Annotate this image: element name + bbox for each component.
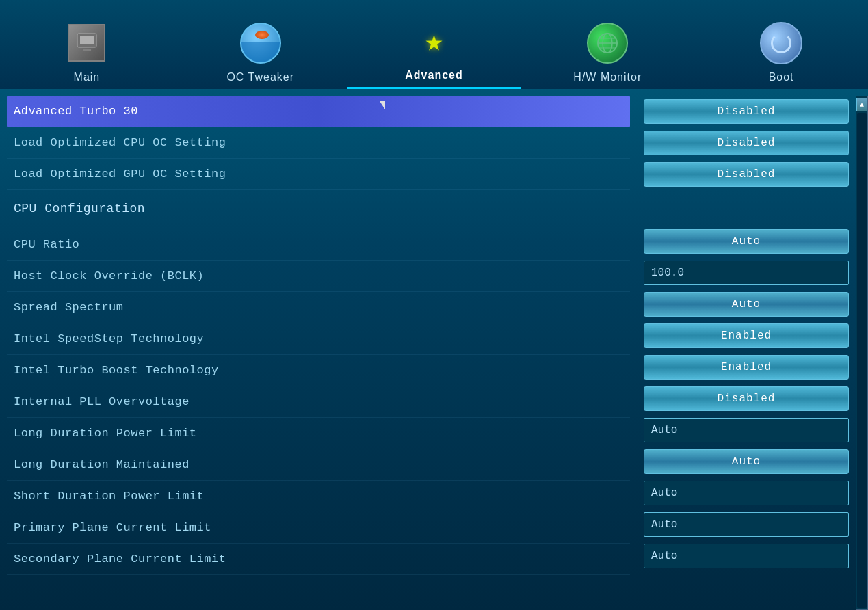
setting-row-load-cpu-oc[interactable]: Load Optimized CPU OC Setting [7,127,630,159]
setting-label-speedstep: Intel SpeedStep Technology [14,332,204,345]
setting-row-load-gpu-oc[interactable]: Load Optimized GPU OC Setting [7,159,630,190]
value-btn-spread-spectrum[interactable]: Auto [644,292,849,317]
setting-row-turbo-boost[interactable]: Intel Turbo Boost Technology [7,355,630,386]
value-row-host-clock: 100.0 [637,257,850,289]
svg-rect-2 [83,49,91,51]
setting-row-advanced-turbo-30[interactable]: Advanced Turbo 30 [7,96,630,127]
tab-main[interactable]: Main [0,17,174,89]
setting-label-load-gpu-oc: Load Optimized GPU OC Setting [14,168,226,181]
setting-label-spread-spectrum: Spread Spectrum [14,301,124,314]
setting-label-load-cpu-oc: Load Optimized CPU OC Setting [14,136,226,149]
mouse-cursor [380,101,385,109]
tab-oc-tweaker[interactable]: OC Tweaker [174,17,347,89]
setting-row-pll-overvoltage[interactable]: Internal PLL Overvoltage [7,386,630,418]
tab-hw-monitor[interactable]: H/W Monitor [521,17,694,89]
value-row-speedstep: Enabled [637,320,850,352]
nav-tabs: Main OC Tweaker ★ Advanced [0,15,868,89]
tab-boot[interactable]: Boot [694,17,868,89]
values-panel: Disabled Disabled Disabled Auto [637,96,856,610]
tab-boot-label: Boot [769,71,794,83]
hw-monitor-icon [587,23,628,64]
value-btn-advanced-turbo-30[interactable]: Disabled [644,99,849,124]
value-row-spread-spectrum: Auto [637,289,850,320]
value-input-host-clock[interactable]: 100.0 [644,261,849,285]
value-btn-load-gpu-oc[interactable]: Disabled [644,162,849,187]
setting-row-cpu-ratio[interactable]: CPU Ratio [7,229,630,261]
setting-label-turbo-boost: Intel Turbo Boost Technology [14,364,219,377]
value-row-load-gpu-oc: Disabled [637,159,850,190]
svg-rect-1 [80,36,94,44]
value-row-section-spacer [637,190,850,222]
value-row-short-power-limit: Auto [637,477,850,509]
tab-advanced[interactable]: ★ Advanced [347,15,521,89]
setting-row-primary-plane[interactable]: Primary Plane Current Limit [7,512,630,544]
top-nav-bar: Main OC Tweaker ★ Advanced [0,0,868,89]
value-row-primary-plane: Auto [637,509,850,540]
tab-oc-tweaker-label: OC Tweaker [226,71,294,83]
setting-label-advanced-turbo-30: Advanced Turbo 30 [14,105,138,118]
value-btn-load-cpu-oc[interactable]: Disabled [644,131,849,155]
value-row-pll-overvoltage: Disabled [637,383,850,414]
section-label-cpu-config: CPU Configuration [14,202,145,215]
setting-label-primary-plane: Primary Plane Current Limit [14,521,211,534]
setting-row-speedstep[interactable]: Intel SpeedStep Technology [7,323,630,355]
main-content: Advanced Turbo 30 Load Optimized CPU OC … [0,89,868,610]
tab-hw-monitor-label: H/W Monitor [573,71,642,83]
scrollbar[interactable]: ▲ [856,96,868,610]
value-row-cpu-ratio: Auto [637,226,850,257]
scrollbar-track[interactable] [857,113,867,608]
setting-row-secondary-plane[interactable]: Secondary Plane Current Limit [7,544,630,575]
value-btn-long-duration-maintained[interactable]: Auto [644,449,849,474]
value-row-secondary-plane: Auto [637,540,850,572]
setting-label-cpu-ratio: CPU Ratio [14,238,79,251]
value-btn-pll-overvoltage[interactable]: Disabled [644,386,849,411]
main-icon [68,24,105,62]
setting-label-long-duration-maintained: Long Duration Maintained [14,458,189,471]
setting-row-long-duration-maintained[interactable]: Long Duration Maintained [7,449,630,481]
main-icon-area [60,17,114,68]
value-input-short-power-limit[interactable]: Auto [644,481,849,505]
setting-label-pll-overvoltage: Internal PLL Overvoltage [14,395,189,408]
value-row-load-cpu-oc: Disabled [637,127,850,159]
section-divider [14,226,623,226]
value-row-turbo-boost: Enabled [637,352,850,383]
setting-label-short-power-limit: Short Duration Power Limit [14,490,204,503]
setting-label-long-power-limit: Long Duration Power Limit [14,427,197,440]
value-input-long-power-limit[interactable]: Auto [644,418,849,442]
value-btn-turbo-boost[interactable]: Enabled [644,355,849,380]
settings-panel: Advanced Turbo 30 Load Optimized CPU OC … [0,96,637,610]
value-row-long-duration-maintained: Auto [637,446,850,477]
scrollbar-up-btn[interactable]: ▲ [856,98,867,111]
advanced-icon: ★ [413,21,454,62]
boot-icon-area [754,17,808,68]
value-row-long-power-limit: Auto [637,414,850,446]
hw-monitor-icon-area [580,17,635,68]
setting-row-long-power-limit[interactable]: Long Duration Power Limit [7,418,630,449]
value-input-secondary-plane[interactable]: Auto [644,544,849,568]
setting-row-host-clock[interactable]: Host Clock Override (BCLK) [7,261,630,292]
setting-row-short-power-limit[interactable]: Short Duration Power Limit [7,481,630,512]
advanced-icon-area: ★ [406,15,461,66]
oc-tweaker-icon-area [233,17,288,68]
tab-main-label: Main [74,71,101,83]
section-header-cpu-config: CPU Configuration [7,193,630,224]
value-input-primary-plane[interactable]: Auto [644,512,849,537]
setting-label-secondary-plane: Secondary Plane Current Limit [14,553,226,566]
tab-advanced-label: Advanced [405,69,462,81]
value-btn-cpu-ratio[interactable]: Auto [644,229,849,254]
value-row-advanced-turbo-30: Disabled [637,96,850,127]
value-btn-speedstep[interactable]: Enabled [644,323,849,348]
setting-row-spread-spectrum[interactable]: Spread Spectrum [7,292,630,323]
setting-label-host-clock: Host Clock Override (BCLK) [14,269,204,282]
